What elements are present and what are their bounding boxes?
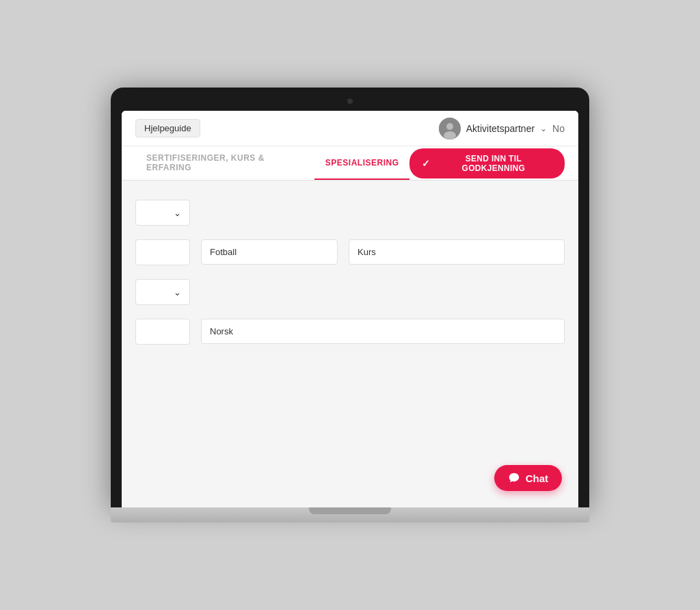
form-row-3: ⌄	[135, 279, 565, 305]
field-fotball[interactable]: Fotball	[201, 239, 338, 265]
chevron-down-icon[interactable]: ⌄	[540, 124, 547, 133]
avatar	[439, 118, 461, 140]
dropdown-2[interactable]: ⌄	[135, 279, 190, 305]
submit-button[interactable]: ✓ SEND INN TIL GODKJENNING	[409, 148, 565, 178]
field-kurs[interactable]: Kurs	[349, 239, 565, 265]
laptop-base	[111, 507, 589, 522]
tab-spesialisering[interactable]: SPESIALISERING	[314, 146, 410, 180]
no-label: No	[552, 123, 565, 134]
field-norsk[interactable]: Norsk	[201, 319, 565, 344]
check-icon: ✓	[422, 158, 430, 169]
form-row-4: Norsk	[135, 319, 565, 345]
form-row-2: Fotball Kurs	[135, 239, 565, 265]
chat-button[interactable]: Chat	[494, 465, 562, 491]
svg-point-2	[444, 131, 456, 140]
chevron-icon-2: ⌄	[174, 287, 181, 297]
form-row-1: ⌄	[135, 200, 565, 226]
chevron-icon-1: ⌄	[174, 208, 181, 218]
empty-field-1	[135, 239, 190, 265]
aktivitetspartner-label: Aktivitetspartner	[466, 123, 535, 134]
svg-point-1	[446, 123, 453, 130]
tabs-row: SERTIFISERINGER, KURS & ERFARING SPESIAL…	[122, 146, 578, 181]
dropdown-1[interactable]: ⌄	[135, 200, 190, 226]
nav-right: Aktivitetspartner ⌄ No	[439, 118, 565, 140]
laptop-camera	[347, 98, 353, 104]
main-content: ⌄ Fotball Kurs ⌄	[122, 181, 578, 507]
chat-bubble-icon	[508, 472, 520, 484]
submit-label: SEND INN TIL GODKJENNING	[435, 154, 552, 173]
top-nav: Hjelpeguide Aktivitetspartner ⌄ No	[122, 111, 578, 146]
tabs-left: SERTIFISERINGER, KURS & ERFARING SPESIAL…	[135, 146, 409, 180]
tab-sertifiseringer[interactable]: SERTIFISERINGER, KURS & ERFARING	[135, 146, 314, 180]
chat-label: Chat	[526, 473, 548, 484]
empty-field-2	[135, 319, 190, 345]
hjelpeguide-button[interactable]: Hjelpeguide	[135, 119, 200, 137]
